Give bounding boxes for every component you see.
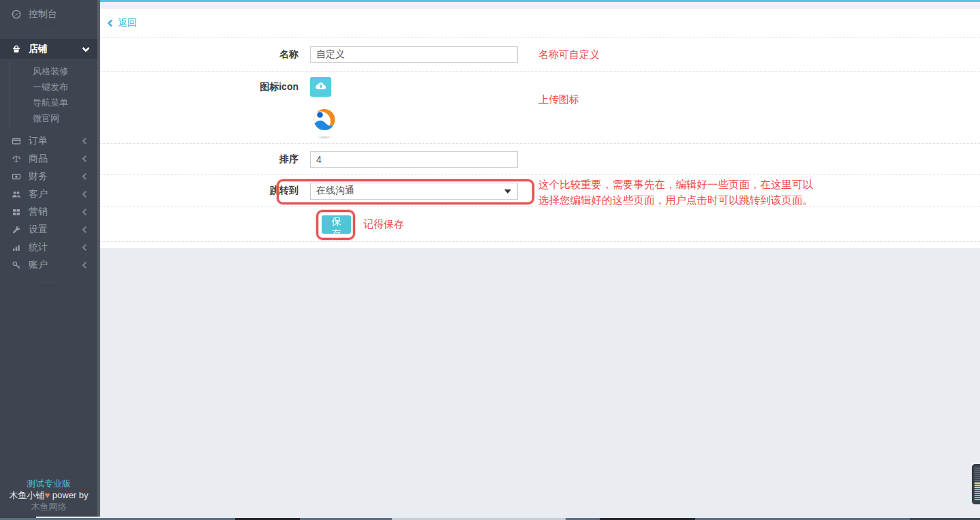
submenu-item-nav-menu[interactable]: 导航菜单 — [0, 95, 97, 110]
sidebar-item-products[interactable]: 商品 — [0, 150, 97, 168]
submenu-item-one-key-publish[interactable]: 一键发布 — [0, 79, 97, 95]
chevron-down-icon — [82, 44, 89, 52]
chevron-left-icon — [82, 244, 89, 251]
icon-annotation: 上传图标 — [538, 93, 579, 106]
form-row-sort: 排序 — [100, 144, 980, 175]
icon-label: 图标icon — [100, 72, 310, 93]
sidebar-item-label: 账户 — [29, 259, 48, 271]
sidebar-item-console[interactable]: 控制台 — [0, 6, 97, 22]
sidebar-item-label: 客户 — [29, 188, 48, 200]
compass-icon — [12, 10, 22, 19]
sidebar-item-customers[interactable]: 客户 — [0, 185, 97, 203]
chevron-left-icon — [82, 191, 89, 198]
sidebar-footer: 测试专业版 木鱼小铺♥ power by 木鱼网络 — [0, 478, 97, 513]
submenu-item-micro-site[interactable]: 微官网 — [0, 110, 97, 126]
name-label: 名称 — [100, 48, 310, 61]
upload-icon-button[interactable] — [310, 77, 331, 97]
icon-shadow — [316, 136, 333, 139]
sidebar-item-label: 店铺 — [29, 43, 48, 55]
sidebar-item-label: 财务 — [29, 170, 48, 183]
dropdown-arrow-icon — [504, 189, 511, 194]
sidebar-item-shop[interactable]: 店铺 — [0, 39, 97, 59]
form-row-save: 保 存 记得保存 — [100, 207, 980, 242]
back-label: 返回 — [118, 17, 137, 29]
jump-annotation-line2: 选择您编辑好的这些页面，用户点击时可以跳转到该页面。 — [538, 192, 813, 208]
taskbar-edge — [0, 517, 980, 520]
form-row-icon: 图标icon — [100, 72, 980, 144]
back-link[interactable]: 返回 — [108, 17, 137, 29]
heart-icon: ♥ — [44, 490, 50, 500]
sidebar-item-orders[interactable]: 订单 — [0, 132, 97, 150]
sidebar-item-label: 订单 — [29, 135, 48, 147]
current-icon-image — [312, 108, 337, 139]
save-button[interactable]: 保 存 — [322, 215, 351, 234]
panel-bottom-padding — [100, 242, 980, 248]
sidebar-item-finance[interactable]: 财务 — [0, 168, 97, 185]
sidebar-item-label: 设置 — [29, 224, 48, 236]
bar-chart-icon — [12, 243, 22, 252]
users-icon — [12, 189, 22, 199]
brand-line: 木鱼小铺♥ power by — [0, 489, 97, 501]
top-gap — [100, 2, 980, 9]
chevron-left-icon — [82, 173, 89, 180]
jump-select-value: 在线沟通 — [316, 185, 354, 197]
sidebar-separator-dots: ··· — [0, 22, 97, 39]
main-content: 返回 名称 名称可自定义 图标icon — [100, 0, 980, 517]
cloud-upload-icon — [315, 81, 327, 93]
power-by-label: power by — [50, 490, 88, 500]
level-meter-widget[interactable] — [972, 464, 980, 504]
chevron-left-icon — [82, 226, 89, 233]
sidebar-item-label: 营销 — [29, 206, 48, 218]
sidebar-item-label: 控制台 — [29, 8, 57, 20]
scales-icon — [12, 154, 22, 164]
company-name: 木鱼网络 — [0, 501, 97, 513]
submenu-item-style-decor[interactable]: 风格装修 — [0, 63, 97, 79]
sidebar-item-label: 商品 — [29, 153, 48, 165]
chevron-left-icon — [82, 209, 89, 215]
sort-label: 排序 — [100, 153, 310, 166]
sidebar: 控制台 ··· 店铺 风格装修 一键发布 导航菜单 微官网 订单 商品 财务 — [0, 0, 97, 517]
order-card-icon — [12, 136, 22, 146]
form-row-name: 名称 名称可自定义 — [100, 38, 980, 72]
jump-label: 跳转到 — [100, 185, 310, 197]
meter-gray-band — [975, 468, 980, 483]
form-panel: 返回 名称 名称可自定义 图标icon — [100, 9, 980, 248]
marketing-blocks-icon — [12, 207, 22, 217]
jump-select[interactable]: 在线沟通 — [310, 183, 518, 200]
sidebar-item-marketing[interactable]: 营销 — [0, 203, 97, 221]
name-annotation: 名称可自定义 — [538, 48, 600, 61]
back-arrow-icon — [107, 19, 114, 27]
chevron-left-icon — [82, 138, 89, 144]
sidebar-separator-dots: ··· — [0, 274, 97, 290]
jump-annotation: 这个比较重要，需要事先在，编辑好一些页面，在这里可以 选择您编辑好的这些页面，用… — [538, 177, 813, 208]
edition-label: 测试专业版 — [0, 478, 97, 489]
sidebar-item-statistics[interactable]: 统计 — [0, 239, 97, 256]
sidebar-item-settings[interactable]: 设置 — [0, 221, 97, 239]
save-annotation: 记得保存 — [363, 218, 404, 231]
meter-yellow-band — [975, 483, 980, 489]
chevron-left-icon — [82, 262, 89, 269]
brand-name: 木鱼小铺 — [9, 490, 44, 500]
sidebar-item-account[interactable]: 账户 — [0, 256, 97, 274]
name-input[interactable] — [310, 46, 518, 63]
wrench-icon — [12, 225, 22, 234]
jump-annotation-line1: 这个比较重要，需要事先在，编辑好一些页面，在这里可以 — [538, 177, 813, 192]
back-row: 返回 — [100, 9, 980, 38]
basket-icon — [12, 44, 22, 54]
shop-submenu: 风格装修 一键发布 导航菜单 微官网 — [0, 59, 97, 132]
form-row-jump: 跳转到 在线沟通 这个比较重要，需要事先在，编辑好一些页面，在这里可以 选择您编… — [100, 175, 980, 207]
icon-upload-area — [310, 72, 337, 139]
key-icon — [12, 260, 22, 270]
sidebar-item-label: 统计 — [29, 241, 48, 254]
chevron-left-icon — [82, 155, 89, 162]
meter-teal-band — [975, 489, 980, 501]
sort-input[interactable] — [310, 151, 518, 168]
banknote-icon — [12, 172, 22, 181]
